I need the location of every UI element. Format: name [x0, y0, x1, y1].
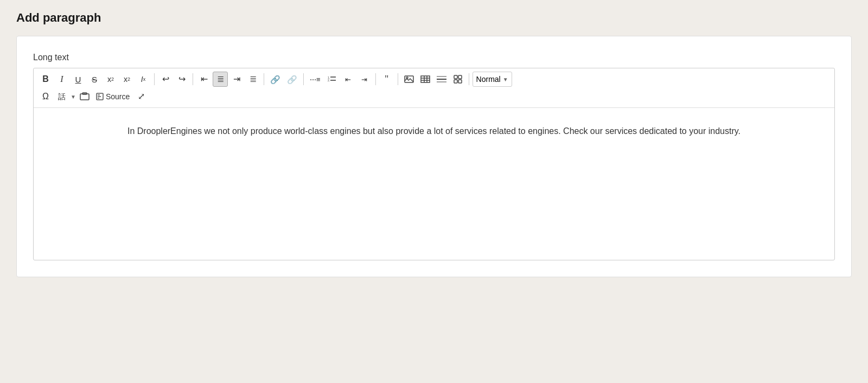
cjk-button[interactable]: 話 — [54, 89, 69, 104]
separator-7 — [469, 73, 469, 85]
main-card: Long text B I U S x2 x2 Ix ↩ ↪ ⇤ ≣ ⇥ ≣ — [16, 36, 852, 277]
underline-button[interactable]: U — [71, 72, 86, 87]
editor-paragraph: In DrooplerEngines we not only produce w… — [55, 124, 813, 138]
toolbar: B I U S x2 x2 Ix ↩ ↪ ⇤ ≣ ⇥ ≣ 🔗 🔗 ⋅ — [34, 68, 834, 108]
format-dropdown-arrow: ▼ — [503, 76, 508, 82]
italic-button[interactable]: I — [54, 72, 69, 87]
svg-rect-17 — [458, 80, 462, 83]
strikethrough-button[interactable]: S — [87, 72, 102, 87]
editor-container: B I U S x2 x2 Ix ↩ ↪ ⇤ ≣ ⇥ ≣ 🔗 🔗 ⋅ — [33, 68, 835, 260]
svg-rect-6 — [421, 76, 430, 82]
table-button[interactable] — [418, 72, 433, 87]
editor-content-area[interactable]: In DrooplerEngines we not only produce w… — [34, 108, 834, 260]
toolbar-row-1: B I U S x2 x2 Ix ↩ ↪ ⇤ ≣ ⇥ ≣ 🔗 🔗 ⋅ — [38, 72, 830, 87]
separator-6 — [398, 73, 398, 85]
redo-button[interactable]: ↪ — [174, 72, 189, 87]
separator-2 — [193, 73, 193, 85]
superscript-button[interactable]: x2 — [103, 72, 118, 87]
indent-button[interactable]: ⇥ — [357, 72, 372, 87]
horizontal-rule-button[interactable] — [434, 72, 449, 87]
numbered-list-button[interactable]: 1.2. — [324, 72, 340, 87]
image-button[interactable] — [401, 72, 417, 87]
separator-5 — [375, 73, 376, 85]
align-center-button[interactable]: ≣ — [213, 72, 228, 87]
clear-format-button[interactable]: Ix — [136, 72, 151, 87]
subscript-button[interactable]: x2 — [119, 72, 135, 87]
align-left-button[interactable]: ⇤ — [196, 72, 212, 87]
align-justify-button[interactable]: ≣ — [245, 72, 260, 87]
cjk-dropdown-arrow[interactable]: ▼ — [71, 94, 76, 100]
separator-4 — [303, 73, 304, 85]
bold-button[interactable]: B — [38, 72, 53, 87]
svg-rect-14 — [454, 75, 457, 79]
align-right-button[interactable]: ⇥ — [229, 72, 244, 87]
source-button[interactable]: Source — [93, 89, 132, 104]
source-label: Source — [106, 93, 130, 100]
format-dropdown[interactable]: Normal ▼ — [473, 72, 512, 87]
field-label: Long text — [33, 53, 835, 62]
fullscreen-button[interactable]: ⤢ — [133, 89, 149, 104]
outdent-button[interactable]: ⇤ — [341, 72, 356, 87]
blockquote-button[interactable]: " — [379, 72, 394, 87]
svg-text:2.: 2. — [328, 79, 330, 82]
svg-rect-16 — [454, 80, 457, 83]
format-dropdown-label: Normal — [476, 75, 501, 84]
omega-button[interactable]: Ω — [38, 89, 53, 104]
bullet-list-button[interactable]: ⋅⋅⋅≡ — [307, 72, 323, 87]
unlink-button[interactable]: 🔗 — [284, 72, 300, 87]
toolbar-row-2: Ω 話 ▼ Source ⤢ — [38, 89, 830, 104]
link-button[interactable]: 🔗 — [267, 72, 283, 87]
separator-1 — [154, 73, 155, 85]
page-title: Add paragraph — [16, 11, 852, 25]
undo-button[interactable]: ↩ — [158, 72, 173, 87]
separator-3 — [264, 73, 264, 85]
svg-rect-15 — [458, 75, 462, 79]
special-chars-button[interactable] — [450, 72, 465, 87]
screenshot-button[interactable] — [77, 89, 92, 104]
